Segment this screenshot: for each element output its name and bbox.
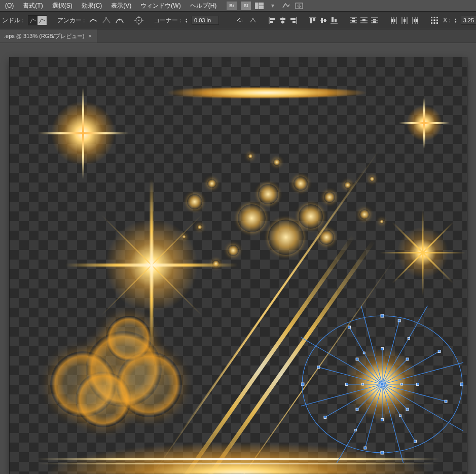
svg-rect-54 [404,19,406,22]
stepper-arrows-icon[interactable]: ▴▾ [186,18,191,23]
stock-icon[interactable]: St [241,2,251,10]
horizontal-align-group [268,16,298,25]
svg-rect-78 [445,400,447,403]
svg-line-92 [334,384,382,463]
art-selected-starburst[interactable] [301,306,463,463]
svg-rect-61 [434,17,435,18]
svg-rect-109 [356,358,358,360]
align-left-icon[interactable] [268,16,277,25]
svg-line-83 [382,384,415,442]
align-hcenter-icon[interactable] [278,16,287,25]
align-right-icon[interactable] [289,16,298,25]
gpu-preview-icon[interactable] [281,2,290,10]
svg-rect-105 [317,366,320,369]
close-icon[interactable]: × [88,33,91,39]
svg-rect-71 [381,451,384,454]
svg-rect-50 [394,19,395,22]
svg-rect-28 [324,19,326,22]
align-bottom-icon[interactable] [329,16,339,25]
svg-point-6 [119,19,121,21]
arrange-documents-icon[interactable] [255,2,264,10]
menu-open[interactable]: (O) [1,1,18,10]
svg-rect-118 [398,319,400,322]
svg-rect-67 [434,22,435,24]
handle-dark-icon [28,16,38,25]
x-label: X : [443,17,451,24]
document-tab[interactable]: .eps @ 313% (RGB/プレビュー) × [0,29,97,43]
screen-mode-icon[interactable] [295,2,304,10]
handle-label: ンドル : [2,16,24,25]
canvas-area[interactable] [0,43,476,474]
reference-point-icon[interactable] [430,15,439,26]
svg-rect-91 [364,447,367,449]
svg-rect-76 [401,383,403,385]
distribute-left-icon[interactable] [389,16,398,25]
svg-rect-36 [352,20,355,22]
distribute-hcenter-icon[interactable] [400,16,409,25]
svg-rect-1 [259,3,264,6]
art-star-8pt[interactable] [380,209,466,296]
connect-path-icon[interactable] [248,15,258,26]
cut-path-anchor-icon[interactable] [235,15,244,26]
handle-mode-toggle[interactable] [28,15,47,25]
svg-rect-85 [399,415,401,417]
vertical-align-group [308,16,339,25]
svg-line-97 [325,384,382,417]
svg-rect-103 [362,383,364,385]
svg-rect-16 [270,21,273,23]
svg-point-8 [138,20,139,21]
svg-line-104 [318,367,382,384]
menu-effects[interactable]: 効果(C) [78,1,106,11]
bridge-icon[interactable]: Br [227,2,237,10]
svg-rect-73 [460,383,463,386]
x-input[interactable]: 3.25 [461,16,476,25]
document-tab-title: .eps @ 313% (RGB/プレビュー) [4,32,84,40]
svg-rect-89 [381,419,384,421]
distribute-vcenter-icon[interactable] [359,16,369,25]
svg-rect-45 [373,19,376,20]
menu-view[interactable]: 表示(V) [107,1,135,11]
control-bar: ンドル : アンカー : コーナー : ▴▾ 0.03 in [0,11,476,29]
corner-radius-input[interactable]: 0.03 in [192,16,219,25]
anchor-remove-icon[interactable] [115,15,124,26]
svg-rect-68 [436,22,438,24]
dropdown-caret-icon[interactable]: ▾ [268,2,277,10]
svg-line-86 [382,384,407,463]
align-vcenter-icon[interactable] [319,16,328,25]
distribute-bottom-icon[interactable] [370,16,379,25]
svg-rect-31 [335,19,337,22]
distribute-group-2 [389,16,420,25]
stepper-arrows-icon[interactable]: ▴▾ [455,18,460,23]
svg-rect-44 [373,21,376,23]
menu-bar: (O) 書式(T) 選択(S) 効果(C) 表示(V) ウィンドウ(W) ヘルプ… [0,0,476,11]
art-star-4pt-topleft[interactable] [38,88,129,179]
svg-rect-72 [301,383,304,386]
anchor-convert-corner-icon[interactable] [102,15,111,26]
corner-radius-field[interactable]: ▴▾ 0.03 in [186,16,219,25]
x-field[interactable]: ▴▾ 3.25 [455,16,476,25]
isolate-icon[interactable] [134,15,143,26]
svg-rect-59 [414,19,415,22]
artboard[interactable] [10,57,467,474]
art-floor-line-2[interactable] [37,463,440,464]
svg-line-117 [382,320,399,384]
distribute-top-icon[interactable] [349,16,358,25]
menu-window[interactable]: ウィンドウ(W) [136,1,185,11]
menu-select[interactable]: 選択(S) [48,1,77,11]
svg-rect-18 [280,18,285,20]
svg-rect-84 [414,440,417,443]
art-star-4pt-topright[interactable] [399,98,450,149]
svg-rect-15 [270,18,275,20]
svg-rect-123 [406,358,409,360]
svg-rect-98 [324,416,326,419]
svg-rect-21 [290,18,296,20]
distribute-right-icon[interactable] [411,16,420,25]
svg-rect-62 [436,17,438,18]
menu-help[interactable]: ヘルプ(H) [186,1,221,11]
document-tabstrip: .eps @ 313% (RGB/プレビュー) × [0,29,476,43]
align-top-icon[interactable] [308,16,317,25]
menu-format[interactable]: 書式(T) [19,1,47,11]
anchor-convert-smooth-icon[interactable] [89,15,98,26]
svg-rect-0 [255,3,259,9]
art-comet-streak[interactable] [141,88,370,98]
